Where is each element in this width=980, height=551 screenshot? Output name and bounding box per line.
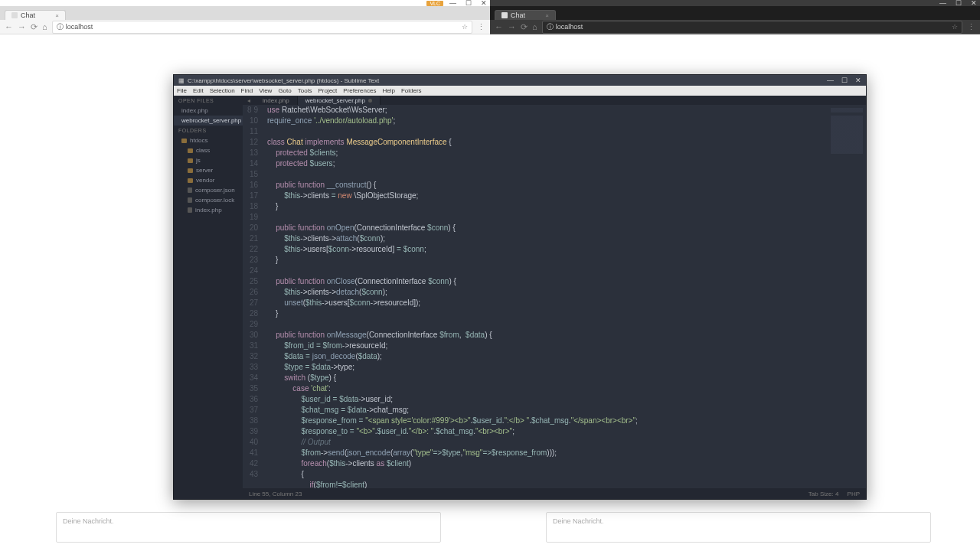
bookmark-icon[interactable]: ☆ [462,23,468,31]
menu-folders[interactable]: Folders [401,87,422,94]
menu-help[interactable]: Help [382,87,394,94]
open-file[interactable]: webrocket_server.php [174,116,243,126]
folders-header: FOLDERS [174,126,243,135]
editor-title-text: C:\xampp\htdocs\server\websocket_server.… [188,77,379,84]
menu-icon[interactable]: ⋮ [967,22,975,32]
code-editor[interactable]: 8 9 10 11 12 13 14 15 16 17 18 19 20 21 … [243,105,866,488]
placeholder: Deine Nachricht. [553,517,604,525]
titlebar: VLC — ☐ ✕ [0,0,490,6]
url-input[interactable]: ⓘ localhost ☆ [52,21,472,34]
maximize-icon[interactable]: ☐ [841,77,848,84]
menu-edit[interactable]: Edit [193,87,204,94]
titlebar: — ☐ ✕ [490,0,980,6]
reload-icon[interactable]: ⟳ [521,22,528,32]
url-text: localhost [556,23,583,31]
tree-item[interactable]: server [174,165,243,175]
menu-goto[interactable]: Goto [278,87,291,94]
menu-project[interactable]: Project [318,87,337,94]
cursor-position: Line 55, Column 23 [249,491,302,497]
statusbar: Line 55, Column 23 Tab Size: 4 PHP [243,488,866,499]
folder-icon [181,139,187,143]
favicon-icon [501,12,508,18]
code-tab[interactable]: webrocket_server.php [298,96,381,105]
menu-tools[interactable]: Tools [298,87,312,94]
tab-title: Chat [21,11,35,19]
badge: VLC [426,1,443,6]
tab-close-icon[interactable]: × [55,12,59,19]
sublime-editor: ▦ C:\xampp\htdocs\server\websocket_serve… [173,74,867,500]
forward-icon[interactable]: → [508,22,516,31]
tab-nav-icon[interactable]: ◂ [243,97,255,104]
syntax-lang[interactable]: PHP [848,491,860,497]
folder-icon [188,148,193,153]
browser-tab[interactable]: Chat × [495,10,556,20]
folder-root[interactable]: htdocs [174,135,243,145]
menu-preferences[interactable]: Preferences [343,87,376,94]
home-icon[interactable]: ⌂ [532,22,537,31]
modified-dot-icon [368,99,372,103]
folder-icon [188,168,193,173]
tree-item[interactable]: vendor [174,175,243,185]
tree-item[interactable]: class [174,145,243,155]
code-lines[interactable]: use Ratchet\WebSocket\WsServer;require_o… [263,105,828,488]
tab-size[interactable]: Tab Size: 4 [808,491,839,497]
tree-item[interactable]: composer.json [174,185,243,195]
tab-title: Chat [511,11,525,19]
browser-tab[interactable]: Chat × [5,10,66,20]
menu-view[interactable]: View [259,87,272,94]
menu-find[interactable]: Find [241,87,253,94]
line-gutter: 8 9 10 11 12 13 14 15 16 17 18 19 20 21 … [243,105,263,488]
back-icon[interactable]: ← [5,22,13,31]
file-icon [188,187,192,193]
tab-close-icon[interactable]: × [545,12,549,19]
folder-icon [188,178,193,183]
minimap[interactable] [828,105,866,488]
reload-icon[interactable]: ⟳ [31,22,38,32]
message-input[interactable]: Deine Nachricht. [546,512,931,543]
tree-item[interactable]: js [174,155,243,165]
menu-file[interactable]: File [177,87,187,94]
file-icon [188,207,192,213]
bookmark-icon[interactable]: ☆ [952,23,958,31]
placeholder: Deine Nachricht. [63,517,114,525]
open-file[interactable]: index.php [174,106,243,116]
menu-icon[interactable]: ⋮ [477,22,485,32]
forward-icon[interactable]: → [18,22,26,31]
tree-item[interactable]: composer.lock [174,195,243,205]
tree-item[interactable]: index.php [174,205,243,215]
minimize-icon[interactable]: — [827,77,834,84]
url-input[interactable]: ⓘ localhost ☆ [542,21,962,34]
editor-titlebar: ▦ C:\xampp\htdocs\server\websocket_serve… [174,75,866,86]
home-icon[interactable]: ⌂ [42,22,47,31]
folder-icon [188,158,193,163]
sidebar: OPEN FILES index.phpwebrocket_server.php… [174,96,243,499]
info-icon: ⓘ [57,22,64,32]
address-bar: ← → ⟳ ⌂ ⓘ localhost ☆ ⋮ [0,20,490,34]
info-icon: ⓘ [547,22,554,32]
menubar: FileEditSelectionFindViewGotoToolsProjec… [174,86,866,96]
message-input[interactable]: Deine Nachricht. [56,512,441,543]
code-tabs: ◂ index.phpwebrocket_server.php [243,96,866,105]
file-icon [188,197,192,203]
tabstrip: Chat × [0,6,490,20]
open-files-header: OPEN FILES [174,96,243,106]
menu-selection[interactable]: Selection [210,87,235,94]
url-text: localhost [66,23,93,31]
favicon-icon [11,12,18,18]
close-icon[interactable]: ✕ [855,77,861,84]
address-bar: ← → ⟳ ⌂ ⓘ localhost ☆ ⋮ [490,20,980,34]
back-icon[interactable]: ← [495,22,503,31]
code-tab[interactable]: index.php [255,96,298,105]
tabstrip: Chat × [490,6,980,20]
